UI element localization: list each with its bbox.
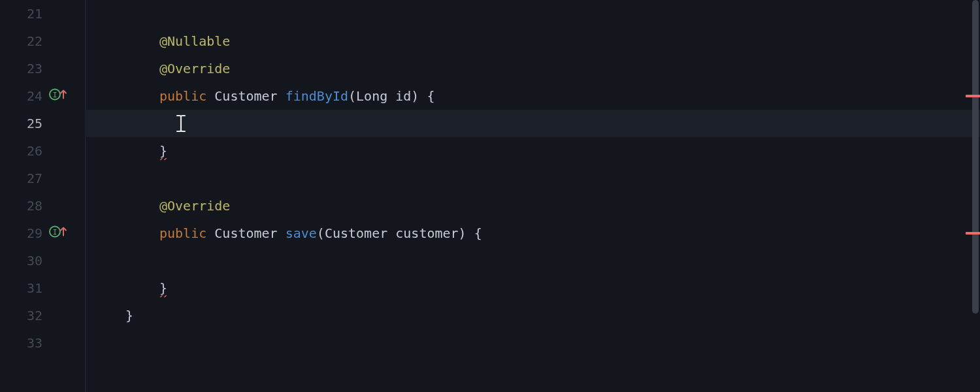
line-number: 27 — [0, 171, 42, 186]
code-line[interactable]: } — [85, 274, 980, 302]
error-stripe-mark[interactable] — [966, 95, 980, 97]
token-param: id — [395, 88, 411, 104]
svg-text:I: I — [53, 91, 57, 99]
token-text — [387, 88, 395, 104]
error-stripe-mark[interactable] — [966, 232, 980, 235]
line-number: 23 — [0, 61, 42, 76]
line-number: 22 — [0, 33, 42, 49]
line-number: 32 — [0, 308, 42, 323]
code-line[interactable]: } — [85, 137, 980, 165]
code-area[interactable]: @Nullable@Overridepublic Customer findBy… — [85, 0, 980, 392]
token-punc: } — [159, 143, 167, 159]
token-text — [278, 88, 286, 104]
token-keyword: public — [159, 88, 206, 104]
implementing-method-icon[interactable]: I — [49, 87, 67, 106]
line-number: 33 — [0, 335, 42, 351]
line-number: 30 — [0, 253, 42, 269]
token-punc: ) — [411, 88, 419, 104]
token-text — [387, 225, 395, 241]
token-keyword: public — [159, 225, 206, 241]
token-punc: { — [427, 88, 434, 104]
code-line[interactable]: @Override — [85, 55, 980, 82]
line-number: 29 — [0, 225, 42, 241]
line-number: 31 — [0, 280, 42, 296]
code-line[interactable] — [85, 110, 980, 137]
token-type: Customer — [325, 225, 387, 241]
right-gutter — [921, 0, 980, 392]
token-annotation: @Nullable — [159, 33, 230, 49]
code-line[interactable] — [85, 329, 980, 357]
token-text — [419, 88, 427, 104]
code-line[interactable]: } — [85, 302, 980, 329]
token-punc: ) — [459, 225, 466, 241]
gutter: 21222324I2526272829I30313233 — [0, 0, 85, 392]
code-line[interactable]: @Nullable — [85, 27, 980, 55]
token-punc: } — [159, 280, 167, 296]
line-number: 21 — [0, 6, 42, 22]
token-type: Customer — [214, 225, 277, 241]
token-method: save — [286, 225, 317, 241]
token-annotation: @Override — [159, 198, 230, 214]
code-line[interactable]: public Customer findById(Long id) { — [85, 82, 980, 110]
implementing-method-icon[interactable]: I — [49, 224, 67, 243]
code-line[interactable]: @Override — [85, 192, 980, 220]
token-type: Customer — [214, 88, 277, 104]
token-punc: ( — [348, 88, 356, 104]
code-editor[interactable]: 21222324I2526272829I30313233 @Nullable@O… — [0, 0, 980, 392]
line-number: 24 — [0, 88, 42, 104]
code-line[interactable] — [85, 165, 980, 192]
token-annotation: @Override — [159, 61, 230, 76]
token-punc: } — [125, 308, 133, 323]
token-text — [278, 225, 286, 241]
token-param: customer — [395, 225, 458, 241]
line-number: 26 — [0, 143, 42, 159]
code-line[interactable] — [85, 247, 980, 274]
code-line[interactable]: public Customer save(Customer customer) … — [85, 220, 980, 247]
error-stripe[interactable] — [972, 0, 980, 392]
line-number: 25 — [0, 116, 42, 131]
svg-text:I: I — [53, 228, 57, 237]
token-text — [466, 225, 474, 241]
token-method: findById — [286, 88, 348, 104]
code-line[interactable] — [85, 0, 980, 27]
token-punc: { — [474, 225, 482, 241]
token-type: Long — [356, 88, 387, 104]
line-number: 28 — [0, 198, 42, 214]
token-text — [206, 225, 214, 241]
token-punc: ( — [317, 225, 325, 241]
token-text — [206, 88, 214, 104]
